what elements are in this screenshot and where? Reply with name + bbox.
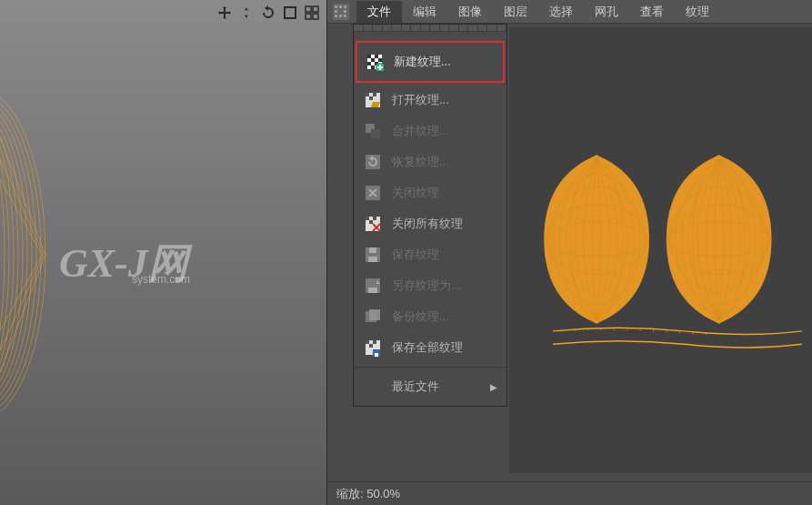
svg-rect-85	[373, 340, 376, 344]
frame-icon[interactable]	[281, 4, 299, 22]
save-as-icon	[363, 276, 383, 296]
svg-rect-28	[339, 15, 342, 17]
uv-editor-panel: 文件 编辑 图像 图层 选择 网孔 查看 纹理	[327, 0, 812, 505]
svg-line-17	[0, 118, 44, 255]
svg-line-19	[0, 146, 42, 255]
restore-texture-icon	[363, 152, 383, 172]
svg-rect-67	[369, 96, 373, 100]
svg-rect-66	[373, 93, 376, 96]
zoom-value: 50.0%	[366, 487, 400, 500]
svg-rect-80	[368, 288, 377, 293]
svg-rect-86	[369, 344, 373, 348]
svg-rect-22	[335, 5, 337, 8]
menu-item-backup-texture: 备份纹理...	[354, 301, 506, 332]
menu-item-restore-texture: 恢复纹理...	[354, 146, 506, 177]
svg-rect-61	[371, 66, 375, 69]
svg-rect-24	[344, 5, 346, 8]
svg-rect-4	[313, 14, 318, 19]
open-texture-icon	[363, 90, 383, 110]
move-icon[interactable]	[216, 4, 234, 22]
svg-rect-2	[313, 6, 318, 12]
menu-item-close-all[interactable]: 关闭所有纹理	[354, 208, 506, 239]
menu-grip-bar[interactable]	[354, 25, 506, 39]
svg-rect-26	[344, 10, 346, 13]
menu-item-label: 恢复纹理...	[392, 154, 449, 170]
menu-item-close-texture: 关闭纹理	[354, 177, 506, 208]
file-dropdown-menu: 新建纹理...打开纹理...合并纹理...恢复纹理...关闭纹理关闭所有纹理保存…	[353, 24, 507, 407]
merge-texture-icon	[363, 121, 383, 141]
menu-file[interactable]: 文件	[356, 1, 402, 23]
menu-bar: 文件 编辑 图像 图层 选择 网孔 查看 纹理	[327, 0, 812, 24]
recent-files-icon	[363, 377, 383, 397]
menu-item-recent-files[interactable]: 最近文件▶	[354, 371, 506, 402]
svg-rect-73	[366, 217, 369, 220]
svg-rect-84	[366, 340, 369, 344]
menu-item-label: 另存纹理为...	[392, 278, 461, 294]
menu-item-label: 最近文件	[392, 379, 439, 395]
menu-texture[interactable]: 纹理	[675, 1, 720, 23]
svg-rect-65	[366, 93, 369, 96]
menu-item-label: 备份纹理...	[392, 308, 449, 325]
svg-rect-23	[339, 5, 342, 8]
menu-edit[interactable]: 编辑	[402, 1, 447, 23]
menu-item-label: 新建纹理...	[394, 54, 451, 70]
svg-rect-75	[369, 220, 373, 224]
svg-rect-29	[344, 15, 346, 17]
menu-layer[interactable]: 图层	[493, 1, 538, 23]
menu-mesh[interactable]: 网孔	[584, 1, 629, 23]
menu-item-label: 关闭所有纹理	[392, 216, 463, 232]
menu-select[interactable]: 选择	[538, 1, 584, 23]
svg-line-20	[0, 255, 42, 364]
menu-item-label: 保存纹理	[392, 247, 439, 263]
rotate-icon[interactable]	[259, 4, 277, 22]
submenu-arrow-icon: ▶	[490, 382, 497, 392]
svg-rect-74	[373, 217, 376, 220]
uv-mesh-display	[509, 27, 812, 473]
zoom-label: 缩放:	[336, 486, 364, 502]
new-texture-icon	[365, 52, 385, 72]
left-viewport	[0, 0, 327, 505]
menu-item-label: 关闭纹理	[392, 185, 439, 201]
menu-item-label: 保存全部纹理	[392, 339, 463, 356]
menu-item-merge-texture: 合并纹理...	[354, 116, 506, 146]
menu-item-label: 合并纹理...	[392, 123, 449, 139]
svg-point-6	[0, 96, 41, 414]
svg-rect-57	[371, 58, 375, 62]
menu-item-open-texture[interactable]: 打开纹理...	[354, 85, 506, 116]
menu-item-save-as: 另存纹理为...	[354, 270, 506, 301]
close-all-icon	[363, 214, 383, 234]
menu-item-save-texture: 保存纹理	[354, 239, 506, 270]
zoom-icon[interactable]	[237, 4, 256, 22]
menu-item-label: 打开纹理...	[392, 92, 449, 108]
svg-rect-55	[367, 55, 371, 58]
svg-rect-58	[378, 58, 382, 62]
menu-separator	[354, 367, 506, 368]
svg-rect-78	[369, 247, 376, 253]
menu-item-new-texture[interactable]: 新建纹理...	[356, 41, 505, 83]
svg-rect-69	[371, 129, 380, 138]
menu-image[interactable]: 图像	[447, 1, 493, 23]
svg-line-18	[0, 255, 44, 391]
svg-rect-1	[306, 6, 311, 12]
menu-item-save-all[interactable]: 保存全部纹理	[354, 332, 506, 363]
svg-rect-3	[306, 14, 311, 19]
status-bar: 缩放: 50.0%	[327, 481, 812, 505]
close-texture-icon	[363, 183, 383, 203]
svg-rect-56	[375, 55, 378, 58]
svg-rect-59	[367, 62, 371, 66]
viewport-uv-preview	[0, 73, 73, 455]
svg-rect-0	[285, 7, 296, 18]
svg-rect-88	[375, 353, 378, 357]
backup-texture-icon	[363, 307, 383, 327]
svg-rect-25	[335, 10, 337, 13]
svg-rect-27	[335, 15, 337, 17]
app-icon	[331, 2, 351, 22]
save-all-icon	[363, 338, 383, 358]
svg-rect-82	[369, 309, 380, 320]
menu-view[interactable]: 查看	[629, 1, 675, 23]
viewport-toolbar	[216, 4, 321, 22]
svg-rect-77	[368, 257, 377, 262]
save-texture-icon	[363, 245, 383, 265]
uv-canvas[interactable]	[509, 27, 812, 473]
panels-icon[interactable]	[303, 4, 321, 22]
